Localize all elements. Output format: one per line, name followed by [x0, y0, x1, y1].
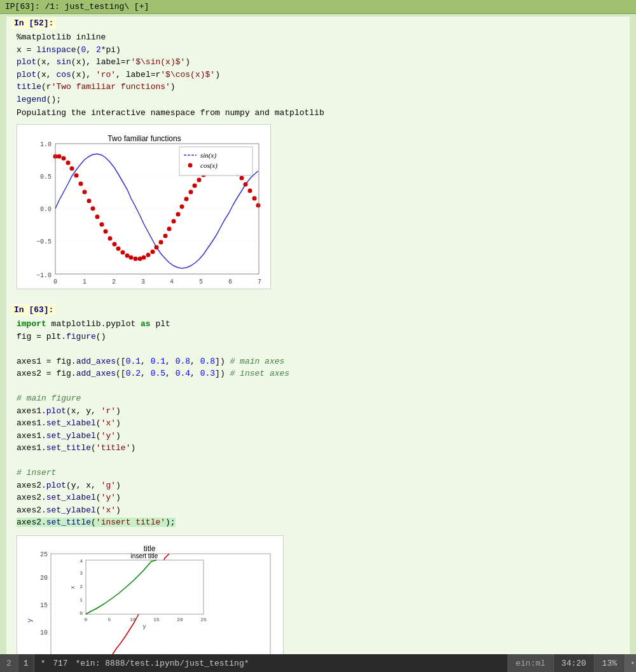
status-percent: 13%	[594, 654, 625, 672]
svg-text:0: 0	[80, 610, 83, 616]
svg-text:15: 15	[153, 617, 160, 622]
svg-point-36	[121, 250, 125, 255]
svg-rect-91	[86, 560, 204, 614]
title-text: IP[63]: /1: just_testing\ [+]	[5, 2, 149, 11]
status-percent-text: 13%	[602, 659, 617, 668]
svg-point-68	[256, 203, 261, 208]
svg-text:title: title	[144, 544, 156, 553]
main-inset-svg: title 0 5 10 15 20 25 0 1 2	[22, 541, 277, 673]
svg-point-52	[189, 190, 193, 195]
status-notebook-path: *ein: 8888/test.ipynb/just_testing*	[75, 659, 249, 668]
svg-point-47	[167, 227, 172, 231]
status-cell-count-text: 2	[6, 659, 11, 668]
cell-52-prompt[interactable]: In [52]:	[11, 18, 56, 29]
svg-point-42	[146, 253, 151, 257]
svg-point-39	[134, 257, 138, 261]
cell-63-prompt[interactable]: In [63]:	[11, 305, 56, 315]
svg-point-67	[252, 196, 257, 201]
svg-text:1: 1	[80, 597, 83, 603]
svg-point-24	[70, 167, 74, 171]
svg-point-35	[116, 247, 121, 251]
svg-point-34	[113, 242, 117, 247]
cell-63-code[interactable]: import matplotlib.pyplot as plt fig = pl…	[6, 317, 630, 530]
svg-text:cos(x): cos(x)	[200, 161, 218, 170]
svg-point-49	[176, 212, 181, 217]
status-cursor: 34:20	[553, 654, 594, 672]
svg-text:20: 20	[40, 575, 48, 582]
svg-point-29	[91, 207, 95, 211]
svg-text:5: 5	[199, 278, 203, 285]
svg-text:2: 2	[80, 584, 83, 589]
svg-point-50	[180, 205, 184, 209]
svg-text:25: 25	[40, 551, 48, 558]
svg-point-48	[172, 219, 176, 224]
svg-text:2: 2	[112, 278, 116, 285]
svg-point-41	[142, 256, 146, 260]
svg-point-53	[193, 184, 197, 188]
status-mode-text: ein:ml	[516, 659, 546, 668]
svg-point-26	[79, 182, 83, 186]
svg-text:1.0: 1.0	[40, 141, 52, 148]
svg-text:6: 6	[228, 278, 232, 285]
svg-text:−1.0: −1.0	[36, 272, 52, 279]
title-bar: IP[63]: /1: just_testing\ [+]	[0, 0, 636, 14]
svg-point-65	[244, 182, 248, 187]
svg-text:insert title: insert title	[131, 552, 158, 559]
svg-text:y: y	[26, 618, 34, 622]
status-marker: *	[41, 659, 46, 668]
svg-point-21	[57, 154, 62, 159]
svg-point-66	[248, 189, 252, 193]
status-mode: ein:ml	[508, 654, 553, 672]
svg-text:0.0: 0.0	[40, 206, 52, 213]
svg-text:4: 4	[80, 558, 83, 564]
cell-63: In [63]: import matplotlib.pyplot as plt…	[6, 303, 630, 672]
svg-text:3: 3	[80, 570, 83, 576]
status-cell-num-text: 1	[24, 659, 29, 668]
svg-point-25	[74, 174, 79, 178]
svg-point-72	[188, 163, 193, 168]
svg-text:25: 25	[200, 617, 207, 622]
cell-52: In [52]: %matplotlib inline x = linspace…	[6, 17, 630, 298]
chart-main-inset: title 0 5 10 15 20 25 0 1 2	[17, 535, 284, 673]
status-scroll[interactable]: ▪	[625, 654, 636, 672]
svg-point-33	[108, 237, 113, 241]
svg-point-27	[83, 190, 87, 195]
svg-text:5: 5	[108, 617, 111, 622]
svg-text:1: 1	[83, 278, 86, 285]
svg-text:15: 15	[40, 602, 48, 609]
svg-point-43	[151, 250, 155, 254]
svg-point-28	[87, 199, 92, 203]
svg-text:10: 10	[130, 617, 136, 622]
svg-point-23	[66, 161, 71, 165]
svg-point-40	[138, 257, 142, 261]
svg-point-37	[125, 254, 130, 258]
status-cell-num: 1	[18, 654, 34, 672]
chart-sincos: Two familiar functions	[17, 124, 271, 289]
svg-point-46	[163, 234, 168, 238]
svg-point-54	[197, 178, 202, 182]
notebook: In [52]: %matplotlib inline x = linspace…	[6, 17, 630, 672]
sincos-svg: Two familiar functions	[24, 131, 265, 290]
cell-52-output: Populating the interactive namespace fro…	[6, 107, 630, 119]
svg-point-51	[184, 197, 189, 202]
svg-point-31	[100, 223, 104, 227]
svg-point-22	[62, 156, 66, 161]
svg-text:y: y	[142, 624, 146, 630]
svg-point-30	[95, 215, 100, 219]
status-cell-count: 2	[0, 654, 18, 672]
svg-text:0.5: 0.5	[40, 174, 52, 181]
svg-point-38	[129, 256, 134, 260]
cell-52-code[interactable]: %matplotlib inline x = linspace(0, 2*pi)…	[6, 30, 630, 107]
status-bar: 2 1 * 717 *ein: 8888/test.ipynb/just_tes…	[0, 654, 636, 672]
svg-text:20: 20	[177, 617, 183, 622]
svg-point-45	[159, 240, 163, 245]
svg-text:4: 4	[170, 278, 174, 285]
svg-text:x: x	[70, 586, 76, 589]
svg-text:7: 7	[258, 278, 261, 285]
status-cursor-text: 34:20	[562, 659, 586, 668]
svg-text:0: 0	[53, 278, 57, 285]
svg-text:10: 10	[40, 629, 48, 636]
status-kernel-info: * 717 *ein: 8888/test.ipynb/just_testing…	[34, 659, 508, 668]
svg-text:Two familiar functions: Two familiar functions	[107, 134, 181, 143]
svg-point-32	[104, 230, 108, 234]
